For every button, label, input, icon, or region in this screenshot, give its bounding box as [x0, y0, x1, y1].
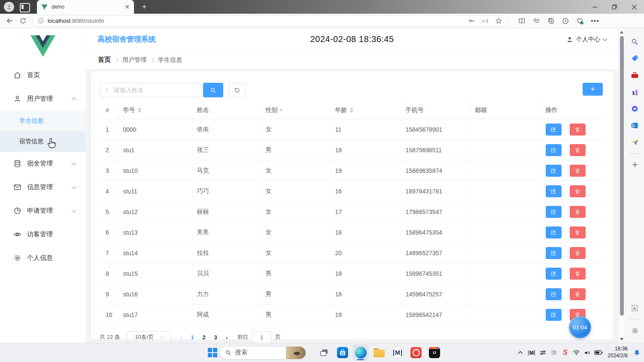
tray-sogou-icon[interactable]: S	[559, 343, 571, 362]
task-view-button[interactable]	[316, 344, 332, 361]
intellij-idea-button[interactable]: IJ	[426, 344, 443, 361]
edge-browser-button[interactable]	[352, 344, 369, 361]
favorites-icon[interactable]	[532, 17, 541, 24]
prev-page-button[interactable]: ‹	[180, 334, 182, 341]
edit-button[interactable]	[546, 144, 562, 156]
table-row[interactable]: 4 stu11 巧巧 女 16 18978431781	[100, 181, 605, 202]
edit-button[interactable]	[546, 206, 562, 218]
sidebar-tools-button[interactable]	[629, 67, 641, 84]
tray-chevron-up[interactable]	[515, 343, 526, 362]
sort-carets-icon[interactable]	[350, 108, 353, 113]
taskbar-search-box[interactable]: 搜索	[219, 346, 306, 359]
edit-button[interactable]	[546, 226, 562, 238]
sidebar-item-personal-info[interactable]: 个人信息	[0, 246, 86, 270]
back-button[interactable]	[6, 17, 14, 25]
sidebar-outlook-button[interactable]	[629, 117, 641, 134]
delete-button[interactable]	[570, 288, 586, 300]
page-number-2[interactable]: 2	[198, 334, 210, 341]
edit-button[interactable]	[546, 165, 562, 177]
delete-button[interactable]	[570, 226, 586, 238]
breadcrumb-home[interactable]: 首页	[98, 56, 111, 64]
table-row[interactable]: 6 stu13 美美 女 18 15896475354	[100, 222, 605, 243]
table-row[interactable]: 10 stu17 阿成 男 18 15896542147	[100, 305, 605, 325]
table-row[interactable]: 3 stu10 马克 女 19 15889635874	[100, 160, 605, 181]
appgallery-button[interactable]	[408, 344, 424, 361]
search-input[interactable]	[112, 86, 197, 94]
table-row[interactable]: 2 stu1 张三 男 18 15875696511	[100, 140, 605, 160]
tray-volume-icon[interactable]	[582, 343, 593, 362]
window-close-button[interactable]	[624, 0, 644, 14]
add-student-button[interactable]: +	[583, 83, 603, 96]
search-highlight-image[interactable]	[286, 347, 306, 359]
edit-button[interactable]	[546, 309, 562, 321]
microsoft-store-button[interactable]	[334, 344, 351, 361]
scrollbar-down-arrow[interactable]	[620, 338, 623, 341]
table-row[interactable]: 8 stu15 贝贝 男 18 15896745351	[100, 263, 605, 284]
sidebar-item-application-management[interactable]: 申请管理	[0, 199, 86, 223]
breadcrumb-user-management[interactable]: 用户管理	[122, 56, 146, 64]
edit-button[interactable]	[546, 268, 562, 280]
delete-button[interactable]	[570, 268, 586, 280]
browser-profile-button[interactable]	[4, 2, 14, 12]
delete-button[interactable]	[570, 165, 586, 177]
sidebar-m365-button[interactable]	[629, 100, 641, 117]
marktext-button[interactable]: M	[389, 344, 406, 361]
site-info-icon[interactable]	[38, 18, 44, 24]
start-button[interactable]	[204, 344, 221, 361]
file-explorer-button[interactable]	[371, 344, 387, 361]
next-page-button[interactable]: ›	[226, 334, 228, 341]
sidebar-item-user-management[interactable]: 用户管理	[0, 87, 86, 111]
tray-battery-icon[interactable]	[593, 343, 604, 362]
history-icon[interactable]	[562, 17, 569, 25]
tray-marktext-icon[interactable]: M	[526, 343, 537, 362]
scrollbar-thumb[interactable]	[620, 36, 624, 316]
delete-button[interactable]	[570, 144, 586, 156]
edit-button[interactable]	[546, 288, 562, 300]
sidebar-shopping-button[interactable]	[629, 50, 641, 67]
page-number-1[interactable]: 1	[187, 334, 198, 341]
sidebar-screenshot-button[interactable]	[629, 300, 641, 317]
sidebar-item-home[interactable]: 首页	[0, 63, 86, 87]
edit-button[interactable]	[546, 247, 562, 259]
filter-arrow-icon[interactable]	[279, 109, 283, 112]
sidebar-item-message-management[interactable]: 信息管理	[0, 175, 86, 199]
sidebar-subitem-student-info[interactable]: 学生信息	[0, 111, 86, 131]
password-key-icon[interactable]	[468, 17, 475, 24]
tab-close-icon[interactable]: ✕	[125, 4, 130, 10]
edit-button[interactable]	[546, 185, 562, 197]
more-menu-icon[interactable]: •••	[591, 17, 599, 25]
sidebar-search-button[interactable]	[629, 33, 641, 50]
split-screen-icon[interactable]	[518, 17, 526, 24]
delete-button[interactable]	[570, 185, 586, 197]
sidebar-item-dorm-management[interactable]: 宿舍管理	[0, 152, 86, 175]
collections-icon[interactable]	[547, 17, 555, 24]
notification-bell-button[interactable]	[629, 343, 644, 362]
sidebar-settings-button[interactable]	[629, 322, 641, 339]
table-row[interactable]: 7 stu14 拉拉 女 20 14896527357	[100, 243, 605, 263]
window-restore-button[interactable]	[605, 0, 624, 14]
taskbar-clock[interactable]: 18:36 2024/2/8	[608, 346, 628, 359]
screen-recorder-timer[interactable]: 01:04	[569, 316, 591, 338]
table-row[interactable]: 1 0000 依依 女 11 15845678901	[100, 119, 605, 140]
name-search-field[interactable]	[100, 83, 202, 97]
workspaces-icon[interactable]	[20, 3, 30, 12]
search-button[interactable]	[203, 83, 223, 97]
sidebar-games-button[interactable]	[629, 84, 641, 100]
browser-tab[interactable]: demo ✕	[37, 0, 134, 14]
reset-button[interactable]	[228, 83, 246, 97]
goto-page-input[interactable]	[252, 331, 271, 343]
table-row[interactable]: 9 stu16 力力 男 18 14596475257	[100, 284, 605, 305]
refresh-button[interactable]	[19, 17, 27, 24]
favorite-star-icon[interactable]	[495, 17, 502, 24]
delete-button[interactable]	[570, 247, 586, 259]
sort-carets-icon[interactable]	[138, 108, 141, 113]
read-aloud-icon[interactable]: A	[481, 18, 489, 24]
tray-wifi-icon[interactable]	[571, 343, 582, 362]
edit-button[interactable]	[546, 124, 562, 136]
delete-button[interactable]	[570, 124, 586, 136]
tray-sliders-icon[interactable]	[537, 343, 548, 362]
window-minimize-button[interactable]	[585, 0, 605, 14]
new-tab-button[interactable]: +	[139, 2, 149, 12]
sidebar-subitem-dorm-manager-info[interactable]: 宿管信息	[0, 131, 86, 152]
table-row[interactable]: 5 stu12 丽丽 女 17 17986573547	[100, 202, 605, 222]
